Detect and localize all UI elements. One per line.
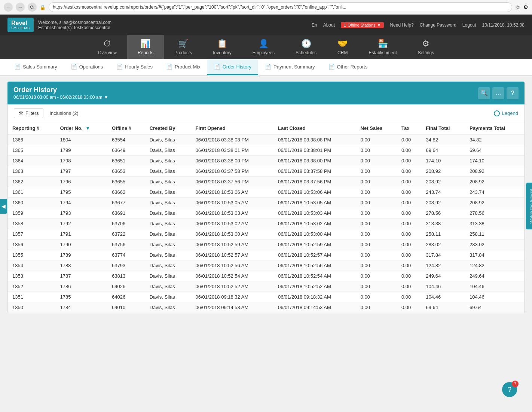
cell-5: 06/01/2018 03:37:58 PM xyxy=(273,166,356,177)
cell-4: 06/01/2018 10:52:54 AM xyxy=(191,271,274,281)
cell-9: 258.11 xyxy=(465,229,524,239)
extension-icon[interactable]: ⚙ xyxy=(523,4,528,10)
cell-5: 06/01/2018 10:52:57 AM xyxy=(273,250,356,260)
cell-9: 104.46 xyxy=(465,292,524,302)
table-row[interactable]: 1361179563662Davis, Silas06/01/2018 10:5… xyxy=(8,187,524,198)
table-row[interactable]: 1351178564026Davis, Silas06/01/2018 09:1… xyxy=(8,292,524,302)
cell-8: 104.46 xyxy=(421,292,465,302)
table-row[interactable]: 1357179163722Davis, Silas06/01/2018 10:5… xyxy=(8,229,524,239)
need-help-link[interactable]: Need Help? xyxy=(390,22,413,28)
cell-3: Davis, Silas xyxy=(145,166,191,177)
table-row[interactable]: 1358179263706Davis, Silas06/01/2018 10:5… xyxy=(8,219,524,229)
table-row[interactable]: 1356179063756Davis, Silas06/01/2018 10:5… xyxy=(8,239,524,250)
table-row[interactable]: 1350178464010Davis, Silas06/01/2018 09:1… xyxy=(8,302,524,313)
table-row[interactable]: 1365179963649Davis, Silas06/01/2018 03:3… xyxy=(8,145,524,156)
table-row[interactable]: 1359179363691Davis, Silas06/01/2018 10:5… xyxy=(8,208,524,219)
cell-7: 0.00 xyxy=(397,134,421,145)
cell-6: 0.00 xyxy=(356,292,397,302)
refresh-button[interactable]: ⟳ xyxy=(28,3,37,12)
help-button-header[interactable]: ? xyxy=(507,87,519,99)
more-options-button[interactable]: … xyxy=(492,87,504,99)
app-header: Revel SYSTEMS Welcome, silas@kosmoscentr… xyxy=(0,15,532,35)
filters-button[interactable]: ⚒ Filters xyxy=(14,108,43,118)
table-row[interactable]: 1353178763813Davis, Silas06/01/2018 10:5… xyxy=(8,271,524,281)
about-link[interactable]: About xyxy=(323,22,335,28)
cell-5: 06/01/2018 03:38:01 PM xyxy=(273,145,356,156)
nav-item-employees[interactable]: 👤 Employees xyxy=(242,35,285,59)
subnav-other-reports[interactable]: 📄 Other Reports xyxy=(322,59,374,75)
cell-6: 0.00 xyxy=(356,208,397,219)
payment-summary-icon: 📄 xyxy=(265,64,271,70)
cell-5: 06/01/2018 03:38:08 PM xyxy=(273,134,356,145)
cell-8: 208.92 xyxy=(421,198,465,208)
cell-3: Davis, Silas xyxy=(145,250,191,260)
table-row[interactable]: 1364179863651Davis, Silas06/01/2018 03:3… xyxy=(8,156,524,166)
nav-item-establishment[interactable]: 🏪 Establishment xyxy=(358,35,407,59)
cell-5: 06/01/2018 10:52:59 AM xyxy=(273,239,356,250)
order-history-title: Order History xyxy=(13,86,108,94)
tutorial-tab[interactable]: Watch the tutorial xyxy=(526,183,532,229)
offline-stations-badge[interactable]: 1 Offline Stations ▼ xyxy=(341,22,384,28)
logout-link[interactable]: Logout xyxy=(462,22,476,28)
col-order-no[interactable]: Order No. ▼ xyxy=(56,122,107,134)
cell-6: 0.00 xyxy=(356,166,397,177)
col-payments-total: Payments Total xyxy=(465,122,524,134)
change-password-link[interactable]: Change Password xyxy=(420,22,456,28)
cell-0: 1355 xyxy=(8,250,56,260)
cell-5: 06/01/2018 10:52:52 AM xyxy=(273,281,356,292)
legend-icon xyxy=(494,110,500,116)
legend-button[interactable]: Legend xyxy=(494,110,518,116)
cell-7: 0.00 xyxy=(397,250,421,260)
bookmark-icon[interactable]: ☆ xyxy=(515,4,520,11)
table-row[interactable]: 1352178664026Davis, Silas06/01/2018 10:5… xyxy=(8,281,524,292)
col-reporting: Reporting # xyxy=(8,122,56,134)
search-button[interactable]: 🔍 xyxy=(478,87,490,99)
cell-6: 0.00 xyxy=(356,229,397,239)
language-select[interactable]: En xyxy=(312,22,317,28)
subnav-order-history[interactable]: 📄 Order History xyxy=(207,59,258,75)
cell-5: 06/01/2018 03:38:00 PM xyxy=(273,156,356,166)
table-row[interactable]: 1355178963774Davis, Silas06/01/2018 10:5… xyxy=(8,250,524,260)
forward-button[interactable]: → xyxy=(16,3,25,12)
cell-9: 34.82 xyxy=(465,134,524,145)
date-range-display[interactable]: 06/01/2018 03:00 am - 06/02/2018 03:00 a… xyxy=(13,95,108,100)
subnav-operations[interactable]: 📄 Operations xyxy=(64,59,110,75)
order-history-header: Order History 06/01/2018 03:00 am - 06/0… xyxy=(7,82,525,104)
table-row[interactable]: 1363179763653Davis, Silas06/01/2018 03:3… xyxy=(8,166,524,177)
reports-icon: 📊 xyxy=(140,39,150,49)
nav-item-crm[interactable]: 🤝 CRM xyxy=(327,35,358,59)
table-row[interactable]: 1366180463554Davis, Silas06/01/2018 03:3… xyxy=(8,134,524,145)
cell-2: 63756 xyxy=(107,239,145,250)
orders-table: Reporting # Order No. ▼ Offline # Create… xyxy=(8,122,524,313)
table-row[interactable]: 1360179463677Davis, Silas06/01/2018 10:5… xyxy=(8,198,524,208)
cell-7: 0.00 xyxy=(397,239,421,250)
nav-item-schedules[interactable]: 🕐 Schedules xyxy=(285,35,327,59)
cell-3: Davis, Silas xyxy=(145,187,191,198)
subnav-payment-summary[interactable]: 📄 Payment Summary xyxy=(258,59,322,75)
subnav-label-operations: Operations xyxy=(79,64,103,70)
cell-2: 63649 xyxy=(107,145,145,156)
nav-item-reports[interactable]: 📊 Reports xyxy=(127,35,164,59)
sort-arrow: ▼ xyxy=(85,125,90,131)
cell-7: 0.00 xyxy=(397,281,421,292)
cell-1: 1795 xyxy=(56,187,107,198)
subnav-product-mix[interactable]: 📄 Product Mix xyxy=(159,59,207,75)
nav-item-settings[interactable]: ⚙ Settings xyxy=(407,35,444,59)
url-bar[interactable] xyxy=(49,2,512,12)
cell-6: 0.00 xyxy=(356,156,397,166)
col-last-closed: Last Closed xyxy=(273,122,356,134)
cell-0: 1350 xyxy=(8,302,56,313)
back-button[interactable]: ← xyxy=(4,3,13,12)
subnav-hourly-sales[interactable]: 📄 Hourly Sales xyxy=(110,59,159,75)
nav-item-overview[interactable]: ⏱ Overview xyxy=(88,35,127,59)
subnav-label-payment-summary: Payment Summary xyxy=(273,64,315,70)
table-row[interactable]: 1354178863793Davis, Silas06/01/2018 10:5… xyxy=(8,260,524,271)
cell-6: 0.00 xyxy=(356,145,397,156)
nav-item-inventory[interactable]: 📋 Inventory xyxy=(202,35,242,59)
nav-item-products[interactable]: 🛒 Products xyxy=(164,35,202,59)
left-arrow-tab[interactable]: ◀ xyxy=(0,199,7,214)
table-row[interactable]: 1362179663655Davis, Silas06/01/2018 03:3… xyxy=(8,177,524,187)
subnav-sales-summary[interactable]: 📄 Sales Summary xyxy=(7,59,64,75)
cell-1: 1784 xyxy=(56,302,107,313)
cell-9: 313.38 xyxy=(465,219,524,229)
